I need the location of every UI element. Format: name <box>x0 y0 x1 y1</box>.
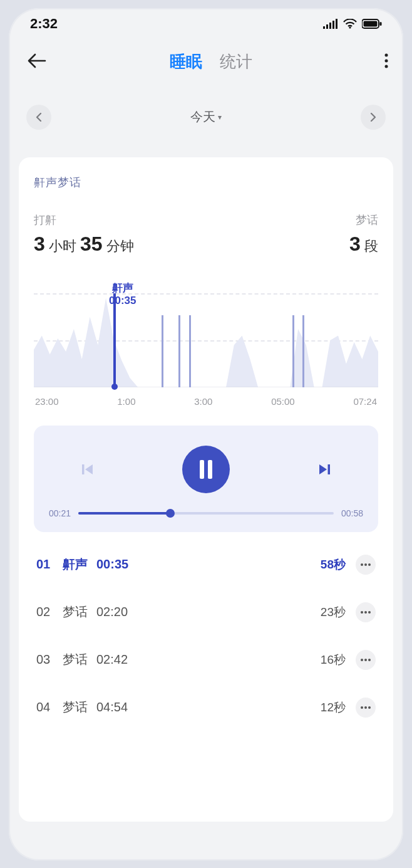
row-more-button[interactable] <box>356 650 376 670</box>
event-bar <box>178 315 180 387</box>
talk-value: 3 段 <box>349 233 378 256</box>
chart[interactable]: 鼾声 00:35 23:001:003:0005:0007:24 <box>34 293 378 407</box>
row-more-button[interactable] <box>356 555 376 575</box>
svg-point-27 <box>364 706 367 709</box>
talk-count: 3 <box>349 233 361 255</box>
chevron-right-icon <box>369 113 377 122</box>
svg-point-11 <box>385 65 388 68</box>
x-tick: 1:00 <box>117 396 135 407</box>
row-index: 01 <box>36 557 63 572</box>
tab-stats[interactable]: 统计 <box>220 51 252 73</box>
more-horizontal-icon <box>361 563 371 566</box>
svg-rect-16 <box>328 464 331 474</box>
row-type: 梦话 <box>63 604 88 620</box>
row-index: 02 <box>36 605 63 619</box>
row-time: 02:20 <box>96 605 128 619</box>
event-bar <box>189 315 191 387</box>
talk-metric: 梦话 3 段 <box>349 212 378 256</box>
skip-previous-icon <box>80 462 95 477</box>
menu-button[interactable] <box>369 53 388 71</box>
row-index: 03 <box>36 652 63 667</box>
prev-day-button[interactable] <box>26 105 51 130</box>
recordings-list: 01鼾声00:3558秒02梦话02:2023秒03梦话02:4216秒04梦话… <box>34 541 378 731</box>
snore-minutes-unit: 分钟 <box>106 238 134 254</box>
progress-fill <box>78 512 170 515</box>
row-time: 04:54 <box>96 700 128 714</box>
svg-rect-4 <box>336 19 337 29</box>
row-type: 梦话 <box>63 699 88 716</box>
wifi-icon <box>343 19 357 29</box>
svg-rect-8 <box>380 22 382 26</box>
svg-point-9 <box>385 53 388 56</box>
svg-point-28 <box>368 706 371 709</box>
snore-metric: 打鼾 3 小时 35 分钟 <box>34 212 134 256</box>
recording-row[interactable]: 03梦话02:4216秒 <box>34 636 378 684</box>
svg-point-26 <box>361 706 363 709</box>
back-button[interactable] <box>28 53 53 71</box>
talk-unit: 段 <box>364 238 378 254</box>
svg-rect-13 <box>82 464 85 474</box>
prev-track-button[interactable] <box>76 458 99 481</box>
play-pause-button[interactable] <box>182 446 230 493</box>
back-arrow-icon <box>28 53 46 68</box>
svg-point-17 <box>361 563 363 566</box>
x-tick: 23:00 <box>35 396 59 407</box>
more-horizontal-icon <box>361 706 371 709</box>
svg-point-22 <box>368 611 371 614</box>
chart-area <box>34 293 378 387</box>
talk-label: 梦话 <box>349 212 378 227</box>
svg-point-23 <box>361 659 363 661</box>
recording-row[interactable]: 01鼾声00:3558秒 <box>34 541 378 588</box>
event-bar <box>292 315 294 387</box>
svg-point-10 <box>385 59 388 62</box>
svg-rect-2 <box>329 23 331 29</box>
chart-canvas <box>34 293 378 387</box>
row-time: 02:42 <box>96 652 128 667</box>
chart-x-axis: 23:001:003:0005:0007:24 <box>34 396 378 407</box>
row-type: 鼾声 <box>63 556 88 573</box>
svg-rect-15 <box>208 460 212 479</box>
date-label: 今天 <box>190 108 215 125</box>
signal-icon <box>323 19 338 29</box>
svg-point-5 <box>349 26 351 28</box>
recording-row[interactable]: 04梦话04:5412秒 <box>34 684 378 731</box>
event-bar <box>162 315 163 387</box>
svg-point-19 <box>368 563 371 566</box>
recording-row[interactable]: 02梦话02:2023秒 <box>34 588 378 636</box>
row-duration: 58秒 <box>321 557 346 573</box>
snore-card: 鼾声梦话 打鼾 3 小时 35 分钟 梦话 3 段 <box>19 157 393 822</box>
row-more-button[interactable] <box>356 602 376 622</box>
row-duration: 12秒 <box>321 699 346 716</box>
svg-rect-14 <box>200 460 204 479</box>
svg-point-25 <box>368 659 371 661</box>
x-tick: 07:24 <box>353 396 377 407</box>
next-day-button[interactable] <box>361 105 386 130</box>
chevron-left-icon <box>35 113 43 122</box>
total-time: 00:58 <box>341 508 363 518</box>
date-picker[interactable]: 今天 ▾ <box>190 108 222 125</box>
metrics: 打鼾 3 小时 35 分钟 梦话 3 段 <box>34 212 378 256</box>
pause-icon <box>198 460 214 479</box>
audio-player: 00:21 00:58 <box>34 426 378 532</box>
phone-frame: 2:32 睡眠 统计 今天 <box>9 8 403 860</box>
elapsed-time: 00:21 <box>49 508 71 518</box>
svg-rect-7 <box>364 21 378 26</box>
snore-label: 打鼾 <box>34 212 134 227</box>
progress-bar[interactable] <box>78 512 334 515</box>
row-type: 梦话 <box>63 651 88 668</box>
next-track-button[interactable] <box>313 458 336 481</box>
progress-row: 00:21 00:58 <box>49 508 363 518</box>
tab-sleep[interactable]: 睡眠 <box>170 51 202 73</box>
status-bar: 2:32 <box>9 8 403 39</box>
more-horizontal-icon <box>361 611 371 614</box>
row-index: 04 <box>36 700 63 714</box>
snore-value: 3 小时 35 分钟 <box>34 233 134 256</box>
date-selector: 今天 ▾ <box>9 85 403 146</box>
svg-rect-1 <box>326 24 328 29</box>
row-more-button[interactable] <box>356 698 376 718</box>
row-duration: 16秒 <box>321 652 346 668</box>
x-tick: 3:00 <box>194 396 212 407</box>
playhead-cursor[interactable] <box>113 293 116 387</box>
more-vertical-icon <box>384 53 388 68</box>
skip-next-icon <box>317 462 332 477</box>
